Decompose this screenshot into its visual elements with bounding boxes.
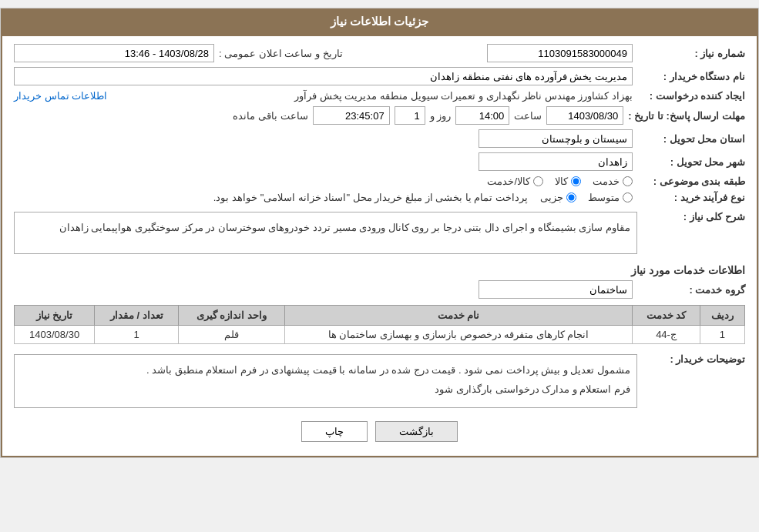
- process-label-medium: متوسط: [588, 192, 620, 203]
- buyer-name-row: نام دستگاه خریدار :: [14, 67, 745, 85]
- cell-code: ج-44: [633, 326, 700, 344]
- process-note: پرداخت تمام یا بخشی از مبلغ خریدار محل "…: [213, 192, 528, 203]
- process-radio-group: متوسط جزیی: [540, 192, 633, 203]
- response-date-input: [546, 106, 623, 125]
- remaining-time-input: [313, 106, 390, 125]
- cell-unit: قلم: [179, 326, 284, 344]
- response-time-input: [455, 106, 509, 125]
- announce-datetime-input: [14, 44, 214, 62]
- process-radio-medium[interactable]: [623, 192, 633, 202]
- requester-value: بهزاد کشاورز مهندس ناظر نگهداری و تعمیرا…: [112, 90, 633, 102]
- buyer-name-input: [14, 67, 633, 85]
- remaining-label: ساعت باقی مانده: [233, 110, 307, 122]
- process-option-partial[interactable]: جزیی: [540, 192, 576, 203]
- category-label: طبقه بندی موضوعی :: [637, 176, 745, 187]
- notes-label: توضیحات خریدار :: [637, 350, 745, 365]
- city-input: [479, 152, 633, 171]
- response-day-input: [395, 106, 425, 125]
- city-label: شهر محل تحویل :: [637, 156, 745, 168]
- process-row: نوع فرآیند خرید : متوسط جزیی پرداخت تمام…: [14, 192, 745, 203]
- province-label: استان محل تحویل :: [637, 133, 745, 145]
- category-radio-group: خدمت کالا کالا/خدمت: [487, 176, 633, 187]
- service-group-row: گروه خدمت :: [14, 280, 745, 299]
- print-button[interactable]: چاپ: [301, 421, 368, 442]
- table-row: 1 ج-44 انجام کارهای متفرقه درخصوص بازساز…: [15, 326, 745, 344]
- requester-row: ایجاد کننده درخواست : بهزاد کشاورز مهندس…: [14, 90, 745, 102]
- category-option-service[interactable]: خدمت: [593, 176, 633, 187]
- col-date: تاریخ نیاز: [15, 306, 95, 326]
- service-group-label: گروه خدمت :: [637, 284, 745, 296]
- services-table-container: ردیف کد خدمت نام خدمت واحد اندازه گیری ت…: [14, 305, 745, 344]
- category-label-goods: کالا: [555, 176, 568, 187]
- category-radio-service[interactable]: [623, 176, 633, 186]
- response-time-label: ساعت: [514, 110, 542, 122]
- province-row: استان محل تحویل :: [14, 129, 745, 148]
- description-box: مقاوم سازی بشیمنگاه و اجرای دال بتنی درج…: [14, 212, 637, 254]
- process-option-medium[interactable]: متوسط: [588, 192, 633, 203]
- need-number-input: [487, 44, 633, 62]
- cell-quantity: 1: [95, 326, 179, 344]
- city-row: شهر محل تحویل :: [14, 152, 745, 171]
- category-label-both: کالا/خدمت: [487, 176, 530, 187]
- category-label-service: خدمت: [593, 176, 620, 187]
- category-row: طبقه بندی موضوعی : خدمت کالا کالا/خدمت: [14, 176, 745, 187]
- response-deadline-label: مهلت ارسال پاسخ: تا تاریخ :: [628, 110, 745, 122]
- category-option-both[interactable]: کالا/خدمت: [487, 176, 543, 187]
- cell-name: انجام کارهای متفرقه درخصوص بازسازی و بهس…: [284, 326, 633, 344]
- col-code: کد خدمت: [633, 306, 700, 326]
- contact-link[interactable]: اطلاعات تماس خریدار: [14, 90, 107, 102]
- buyer-name-label: نام دستگاه خریدار :: [637, 71, 745, 82]
- service-group-input: [479, 280, 633, 299]
- description-container: شرح کلی نیاز : مقاوم سازی بشیمنگاه و اجر…: [14, 208, 745, 258]
- cell-row: 1: [700, 326, 744, 344]
- services-section-title: اطلاعات خدمات مورد نیاز: [14, 264, 745, 276]
- back-button[interactable]: بازگشت: [375, 421, 458, 442]
- response-day-label: روز و: [430, 110, 452, 122]
- category-radio-both[interactable]: [533, 176, 543, 186]
- need-number-label: شماره نیاز :: [637, 48, 745, 59]
- process-label: نوع فرآیند خرید :: [637, 192, 745, 203]
- notes-container: توضیحات خریدار : مشمول تعدیل و بیش پرداخ…: [14, 350, 745, 412]
- cell-date: 1403/08/30: [15, 326, 95, 344]
- category-radio-goods[interactable]: [571, 176, 581, 186]
- col-qty: تعداد / مقدار: [95, 306, 179, 326]
- col-unit: واحد اندازه گیری: [179, 306, 284, 326]
- process-label-partial: جزیی: [540, 192, 563, 203]
- province-input: [479, 129, 633, 148]
- notes-text: مشمول تعدیل و بیش پرداخت نمی شود . قیمت …: [146, 364, 630, 395]
- need-number-row: شماره نیاز : تاریخ و ساعت اعلان عمومی :: [14, 44, 745, 62]
- page-title: جزئیات اطلاعات نیاز: [331, 15, 428, 28]
- services-table: ردیف کد خدمت نام خدمت واحد اندازه گیری ت…: [14, 305, 745, 344]
- bottom-buttons: بازگشت چاپ: [14, 421, 745, 442]
- description-label: شرح کلی نیاز :: [637, 208, 745, 223]
- response-deadline-row: مهلت ارسال پاسخ: تا تاریخ : ساعت روز و س…: [14, 106, 745, 125]
- notes-box: مشمول تعدیل و بیش پرداخت نمی شود . قیمت …: [14, 354, 637, 408]
- requester-label: ایجاد کننده درخواست :: [637, 90, 745, 102]
- description-text: مقاوم سازی بشیمنگاه و اجرای دال بتنی درج…: [59, 222, 630, 233]
- col-name: نام خدمت: [284, 306, 633, 326]
- page-header: جزئیات اطلاعات نیاز: [1, 8, 758, 35]
- process-radio-partial[interactable]: [566, 192, 576, 202]
- col-row: ردیف: [700, 306, 744, 326]
- category-option-goods[interactable]: کالا: [555, 176, 581, 187]
- date-time-label: تاریخ و ساعت اعلان عمومی :: [219, 48, 343, 59]
